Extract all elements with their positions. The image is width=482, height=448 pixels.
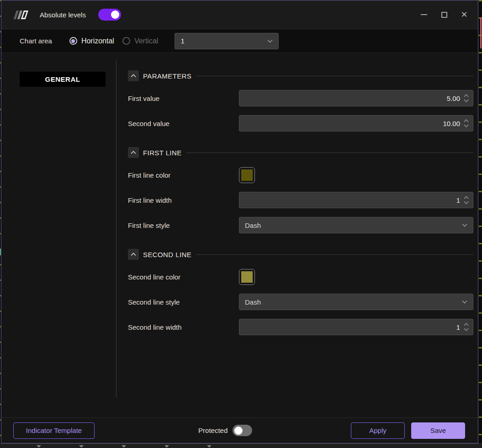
input-value: 1 <box>456 323 460 331</box>
sidebar-divider <box>116 59 117 397</box>
section-rule <box>196 76 473 76</box>
second-line-width-row: Second line width 1 <box>128 319 473 335</box>
chevron-down-icon <box>207 445 212 448</box>
window-title: Absolute levels <box>40 11 86 19</box>
select-value: Dash <box>245 221 261 229</box>
second-line-style-select[interactable]: Dash <box>239 294 473 310</box>
chevron-down-icon <box>164 445 169 448</box>
first-value-input[interactable]: 5.00 <box>239 90 473 106</box>
color-swatch-fill <box>241 169 253 181</box>
chevron-down-icon <box>122 445 126 448</box>
toggle-knob <box>234 427 243 435</box>
second-line-color-swatch[interactable] <box>239 269 255 285</box>
save-button[interactable]: Save <box>411 422 465 439</box>
settings-content: PARAMETERS First value 5.00 <box>117 53 478 417</box>
minimize-icon <box>421 14 427 15</box>
radio-vertical[interactable]: Vertical <box>122 37 158 45</box>
collapse-button[interactable] <box>128 70 139 81</box>
footer: Indicator Template Protected Apply Save <box>1 417 478 443</box>
section-header: PARAMETERS <box>128 70 473 81</box>
titlebar: Absolute levels ✕ <box>1 0 478 29</box>
orientation-radio-group: Horizontal Vertical <box>69 37 159 45</box>
field-label: First line color <box>128 171 239 179</box>
section-first-line: FIRST LINE First line color First line w… <box>128 147 473 233</box>
stepper-icon[interactable] <box>463 93 469 103</box>
indicator-settings-window: Absolute levels ✕ Chart area <box>1 0 478 443</box>
field-label: Second line style <box>128 298 239 306</box>
protected-label: Protected <box>198 427 228 434</box>
first-line-width-row: First line width 1 <box>128 192 473 208</box>
radio-label[interactable]: Horizontal <box>81 37 114 45</box>
field-label: Second line color <box>128 273 239 281</box>
radio-horizontal[interactable]: Horizontal <box>69 37 114 45</box>
collapse-button[interactable] <box>128 147 139 158</box>
section-title: PARAMETERS <box>143 72 191 80</box>
field-label: First value <box>128 95 239 102</box>
field-label: Second value <box>128 120 239 127</box>
section-rule <box>196 254 473 255</box>
chevron-down-icon <box>79 445 84 448</box>
settings-body: GENERAL PARAMETERS First value <box>1 53 478 417</box>
first-line-width-input[interactable]: 1 <box>239 192 473 208</box>
field-label: First line style <box>128 221 239 229</box>
radio-label[interactable]: Vertical <box>134 37 158 45</box>
sidebar-tab-general[interactable]: GENERAL <box>20 72 106 87</box>
field-label: First line width <box>128 196 239 204</box>
first-value-row: First value 5.00 <box>128 90 473 106</box>
screen: Absolute levels ✕ Chart area <box>0 0 482 448</box>
sidebar: GENERAL <box>1 53 117 417</box>
first-line-color-row: First line color <box>128 167 473 183</box>
second-value-row: Second value 10.00 <box>128 115 473 132</box>
radio-icon[interactable] <box>69 37 77 45</box>
window-controls: ✕ <box>416 7 472 22</box>
section-header: SECOND LINE <box>128 249 473 260</box>
first-line-style-select[interactable]: Dash <box>239 217 473 233</box>
chart-area-toolbar: Chart area Horizontal Vertical 1 <box>1 29 478 53</box>
chart-area-select-value: 1 <box>180 37 184 45</box>
second-line-style-row: Second line style Dash <box>128 294 473 310</box>
second-line-color-row: Second line color <box>128 269 473 285</box>
section-parameters: PARAMETERS First value 5.00 <box>128 70 473 132</box>
close-button[interactable]: ✕ <box>456 7 472 22</box>
stepper-icon[interactable] <box>463 322 469 332</box>
stepper-icon[interactable] <box>463 118 469 128</box>
stepper-icon[interactable] <box>463 195 469 205</box>
chart-area-select[interactable]: 1 <box>175 33 279 49</box>
field-label: Second line width <box>128 323 239 331</box>
section-second-line: SECOND LINE Second line color Second lin… <box>128 249 473 335</box>
first-line-style-row: First line style Dash <box>128 217 473 233</box>
chevron-down-icon <box>462 300 467 304</box>
first-line-color-swatch[interactable] <box>239 167 255 183</box>
background-red-tick <box>480 17 482 48</box>
indicator-template-button[interactable]: Indicator Template <box>13 422 95 439</box>
section-title: FIRST LINE <box>143 149 182 157</box>
second-value-input[interactable]: 10.00 <box>239 115 473 132</box>
chevron-down-icon <box>267 39 273 43</box>
background-chart-right-sliver <box>479 0 482 448</box>
maximize-icon <box>441 12 447 18</box>
chevron-down-icon <box>37 445 41 448</box>
apply-button[interactable]: Apply <box>351 422 405 439</box>
second-line-width-input[interactable]: 1 <box>239 319 473 335</box>
input-value: 5.00 <box>447 95 460 102</box>
input-value: 10.00 <box>443 120 460 127</box>
indicator-enabled-toggle[interactable] <box>98 9 121 21</box>
collapse-button[interactable] <box>128 249 139 260</box>
maximize-button[interactable] <box>436 7 452 22</box>
section-rule <box>186 153 473 153</box>
minimize-button[interactable] <box>416 7 432 22</box>
background-app-strip <box>0 443 482 448</box>
footer-actions: Apply Save <box>351 422 465 439</box>
input-value: 1 <box>456 196 460 204</box>
chevron-down-icon <box>462 223 467 227</box>
close-icon: ✕ <box>461 11 467 19</box>
section-title: SECOND LINE <box>143 251 191 258</box>
color-swatch-fill <box>241 271 253 283</box>
radio-icon[interactable] <box>122 37 130 45</box>
section-header: FIRST LINE <box>128 147 473 158</box>
indicator-logo-icon <box>14 10 28 19</box>
select-value: Dash <box>245 298 261 306</box>
protected-group: Protected <box>198 425 252 436</box>
chart-area-label: Chart area <box>20 37 52 45</box>
protected-toggle[interactable] <box>233 425 252 436</box>
